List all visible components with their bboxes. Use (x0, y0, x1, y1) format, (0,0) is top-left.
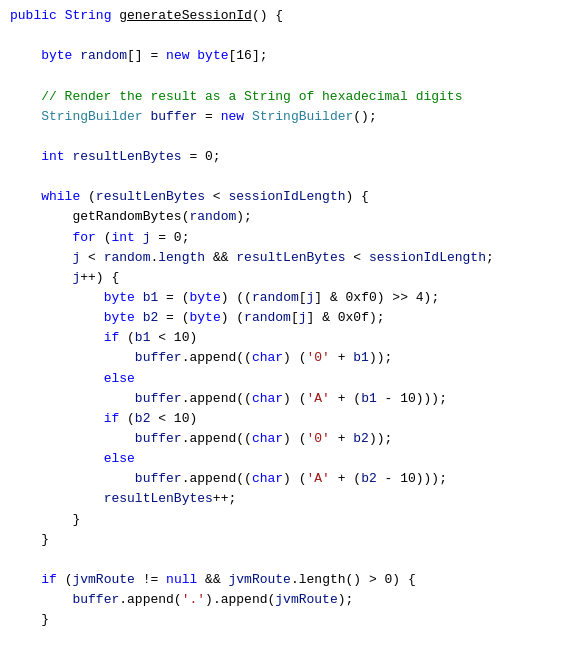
code-line: public String generateSessionId() { (0, 6, 563, 26)
code-line: buffer.append((char) ('0' + b2)); (0, 429, 563, 449)
code-line: if (jvmRoute != null && jvmRoute.length(… (0, 570, 563, 590)
code-line: j < random.length && resultLenBytes < se… (0, 248, 563, 268)
code-line: } (0, 610, 563, 630)
code-line: byte random[] = new byte[16]; (0, 46, 563, 66)
code-line (0, 127, 563, 147)
code-line: StringBuilder buffer = new StringBuilder… (0, 107, 563, 127)
code-container: public String generateSessionId() { byte… (0, 0, 563, 646)
code-line: resultLenBytes++; (0, 489, 563, 509)
code-line: if (b2 < 10) (0, 409, 563, 429)
method-generateSessionId: generateSessionId (119, 6, 252, 26)
code-line: while (resultLenBytes < sessionIdLength)… (0, 187, 563, 207)
code-line (0, 630, 563, 646)
keyword-public: public (10, 6, 57, 26)
code-line (0, 66, 563, 86)
code-line: buffer.append((char) ('0' + b1)); (0, 348, 563, 368)
code-line: else (0, 369, 563, 389)
code-line: byte b1 = (byte) ((random[j] & 0xf0) >> … (0, 288, 563, 308)
code-line: buffer.append((char) ('A' + (b2 - 10))); (0, 469, 563, 489)
code-line: if (b1 < 10) (0, 328, 563, 348)
code-line: // Render the result as a String of hexa… (0, 87, 563, 107)
code-line: } (0, 530, 563, 550)
code-line (0, 26, 563, 46)
code-line (0, 550, 563, 570)
code-line: byte b2 = (byte) (random[j] & 0x0f); (0, 308, 563, 328)
code-line: for (int j = 0; (0, 228, 563, 248)
keyword-string: String (65, 6, 112, 26)
code-line: buffer.append('.').append(jvmRoute); (0, 590, 563, 610)
code-line: else (0, 449, 563, 469)
code-line: buffer.append((char) ('A' + (b1 - 10))); (0, 389, 563, 409)
code-line: } (0, 510, 563, 530)
code-line: int resultLenBytes = 0; (0, 147, 563, 167)
code-line: getRandomBytes(random); (0, 207, 563, 227)
code-line (0, 167, 563, 187)
code-line: j++) { (0, 268, 563, 288)
